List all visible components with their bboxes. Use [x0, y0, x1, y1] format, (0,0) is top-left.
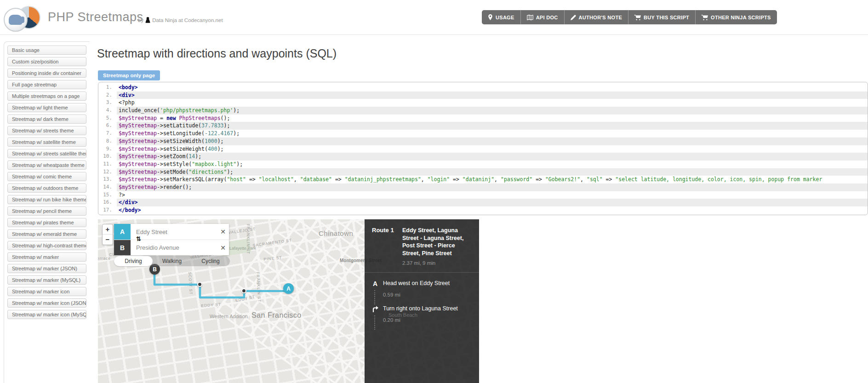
sidebar-item-positioning-inside-div-container[interactable]: Positioning inside div container	[7, 69, 86, 78]
sidebar-item-streetmap-w-marker-icon-mysql[interactable]: Streetmap w/ marker icon (MySQL)	[7, 310, 86, 319]
pin-icon	[488, 14, 493, 20]
code-text: $myStreetmap->setStyle("mapbox.light");	[117, 160, 868, 168]
sidebar-item-streetmap-w-marker-mysql[interactable]: Streetmap w/ marker (MySQL)	[7, 275, 86, 285]
mode-tab-driving[interactable]: Driving	[114, 256, 153, 266]
step-connector	[374, 315, 375, 330]
destination-close-icon[interactable]: ✕	[217, 240, 229, 255]
travel-mode-bar: DrivingWalkingCycling	[114, 256, 230, 266]
step-distance: 0.59 mi	[383, 292, 473, 297]
route-summary: Eddy Street, Laguna Street - Laguna Stre…	[402, 227, 473, 257]
sidebar-item-streetmap-w-marker[interactable]: Streetmap w/ marker	[7, 252, 86, 262]
route-header: Route 1 Eddy Street, Laguna Street - Lag…	[365, 219, 479, 266]
code-text: $myStreetmap->setSizeWidth(1000);	[117, 137, 868, 145]
line-number: 15.	[98, 191, 117, 199]
origin-badge: A	[114, 224, 131, 240]
sidebar-item-streetmap-w-wheatpaste-theme[interactable]: Streetmap w/ wheatpaste theme	[7, 160, 86, 170]
line-number: 4.	[98, 107, 117, 114]
marker-b-letter: B	[153, 266, 157, 273]
sidebar-item-streetmap-w-satellite-theme[interactable]: Streetmap w/ satellite theme	[7, 137, 86, 147]
nav-other-ninja-scripts-button[interactable]: OTHER NINJA SCRIPTS	[696, 10, 777, 24]
code-text: <body>	[117, 84, 868, 91]
line-number: 2.	[98, 91, 117, 99]
code-text: $myStreetmap->setSizeHeight(400);	[117, 145, 868, 153]
php-elephant-logo-icon	[4, 8, 28, 32]
sidebar-item-streetmap-w-high-contrast-theme[interactable]: Streetmap w/ high-contrast theme	[7, 241, 86, 250]
origin-close-icon[interactable]: ✕	[217, 224, 229, 240]
sidebar: Basic usageCustom size/positionPositioni…	[4, 41, 90, 383]
step-connector	[374, 290, 375, 304]
sidebar-item-basic-usage[interactable]: Basic usage	[7, 46, 86, 55]
line-number: 5.	[98, 114, 117, 122]
code-line-5: 5.$myStreetmap = new PhpStreetmaps();	[98, 114, 868, 122]
map-icon	[527, 15, 533, 20]
code-text: $myStreetmap->setLatitude(37.7833);	[117, 122, 868, 130]
turn-right-icon	[371, 305, 379, 314]
code-text: $myStreetmap->setMode("directions");	[117, 168, 868, 176]
sidebar-item-streetmap-w-emerald-theme[interactable]: Streetmap w/ emerald theme	[7, 229, 86, 239]
line-number: 13.	[98, 176, 117, 183]
pencil-icon	[571, 15, 576, 20]
nav-author-s-note-button[interactable]: AUTHOR'S NOTE	[565, 10, 629, 24]
code-line-4: 4.include_once('php/phpstreetmaps.php');	[98, 107, 868, 114]
line-number: 16.	[98, 199, 117, 206]
mode-tab-walking[interactable]: Walking	[153, 256, 191, 266]
sidebar-item-custom-size-position[interactable]: Custom size/position	[7, 57, 86, 66]
code-text: <div>	[117, 91, 868, 99]
cart-icon	[634, 15, 641, 20]
map-canvas[interactable]: VALLEJO STFRANKLIN STChinatownSACRAMENTO…	[98, 219, 479, 383]
code-line-9: 9.$myStreetmap->setSizeHeight(400);	[98, 145, 868, 153]
sidebar-item-streetmap-w-marker-json[interactable]: Streetmap w/ marker (JSON)	[7, 264, 86, 273]
mode-tab-cycling[interactable]: Cycling	[191, 256, 230, 266]
header: PHP Streetmaps by Data Ninja at Codecany…	[0, 0, 868, 35]
nav-api-doc-button[interactable]: API DOC	[521, 10, 565, 24]
route-step-1[interactable]: AHead west on Eddy Street0.59 mi	[371, 280, 473, 305]
line-number: 3.	[98, 99, 117, 107]
code-line-11: 11.$myStreetmap->setStyle("mapbox.light"…	[98, 160, 868, 168]
sidebar-item-streetmap-w-light-theme[interactable]: Streetmap w/ light theme	[7, 103, 86, 112]
route-steps: AHead west on Eddy Street0.59 miTurn rig…	[365, 273, 479, 331]
sidebar-item-streetmap-w-streets-satellite-theme[interactable]: Streetmap w/ streets satellite theme	[7, 149, 86, 158]
map-zoom-control: + −	[102, 224, 113, 245]
code-line-8: 8.$myStreetmap->setSizeWidth(1000);	[98, 137, 868, 145]
sidebar-item-streetmap-w-outdoors-theme[interactable]: Streetmap w/ outdoors theme	[7, 183, 86, 193]
byline: by Data Ninja at Codecanyon.net	[138, 17, 223, 23]
code-text: ?>	[117, 191, 868, 199]
streetmap-only-page-button[interactable]: Streetmap only page	[98, 70, 160, 80]
line-number: 11.	[98, 160, 117, 168]
code-line-13: 13.$myStreetmap->setMarkersSQL(array("ho…	[98, 176, 868, 183]
line-number: 9.	[98, 145, 117, 153]
sidebar-item-full-page-streetmap[interactable]: Full page streetmap	[7, 80, 86, 89]
cart-icon	[702, 15, 708, 20]
sidebar-item-streetmap-w-streets-theme[interactable]: Streetmap w/ streets theme	[7, 126, 86, 135]
page-title: Streetmap with directions and waypoints …	[97, 47, 337, 60]
route-label[interactable]: Route 1	[372, 227, 396, 266]
nav-buy-this-script-button[interactable]: BUY THIS SCRIPT	[628, 10, 696, 24]
sidebar-item-streetmap-w-dark-theme[interactable]: Streetmap w/ dark theme	[7, 114, 86, 124]
origin-input[interactable]	[131, 224, 217, 240]
nav-label: AUTHOR'S NOTE	[579, 15, 622, 20]
reverse-directions-icon[interactable]: ⇅	[136, 236, 141, 242]
code-text: include_once('php/phpstreetmaps.php');	[117, 107, 868, 114]
origin-marker-a[interactable]: A	[283, 283, 294, 294]
code-block: 1.<body>2.<div>3.<?php4.include_once('ph…	[98, 82, 868, 215]
route-instructions-panel: Route 1 Eddy Street, Laguna Street - Lag…	[365, 219, 479, 383]
byline-by: by	[138, 17, 143, 23]
sidebar-item-streetmap-w-pirates-theme[interactable]: Streetmap w/ pirates theme	[7, 218, 86, 227]
sidebar-item-streetmap-w-comic-theme[interactable]: Streetmap w/ comic theme	[7, 172, 86, 181]
code-text: $myStreetmap->setMarkersSQL(array("host"…	[117, 176, 868, 183]
destination-input[interactable]	[131, 240, 217, 255]
sidebar-item-streetmap-w-marker-icon[interactable]: Streetmap w/ marker icon	[7, 287, 86, 296]
waypoint-marker-1[interactable]	[197, 282, 202, 287]
nav-usage-button[interactable]: USAGE	[482, 10, 521, 24]
sidebar-item-streetmap-w-marker-icon-json[interactable]: Streetmap w/ marker icon (JSON)	[7, 298, 86, 308]
elephant-icon	[9, 15, 23, 25]
zoom-out-button[interactable]: −	[103, 234, 113, 245]
sidebar-item-multiple-streetmaps-on-a-page[interactable]: Multiple streetmaps on a page	[7, 91, 86, 101]
sidebar-item-streetmap-w-run-bike-hike-theme[interactable]: Streetmap w/ run bike hike theme	[7, 195, 86, 204]
line-number: 12.	[98, 168, 117, 176]
route-step-2[interactable]: Turn right onto Laguna Street0.20 mi	[371, 305, 473, 331]
zoom-in-button[interactable]: +	[103, 224, 113, 234]
sidebar-item-streetmap-w-pencil-theme[interactable]: Streetmap w/ pencil theme	[7, 206, 86, 216]
waypoint-marker-2[interactable]	[241, 288, 246, 293]
code-line-2: 2.<div>	[98, 91, 868, 99]
